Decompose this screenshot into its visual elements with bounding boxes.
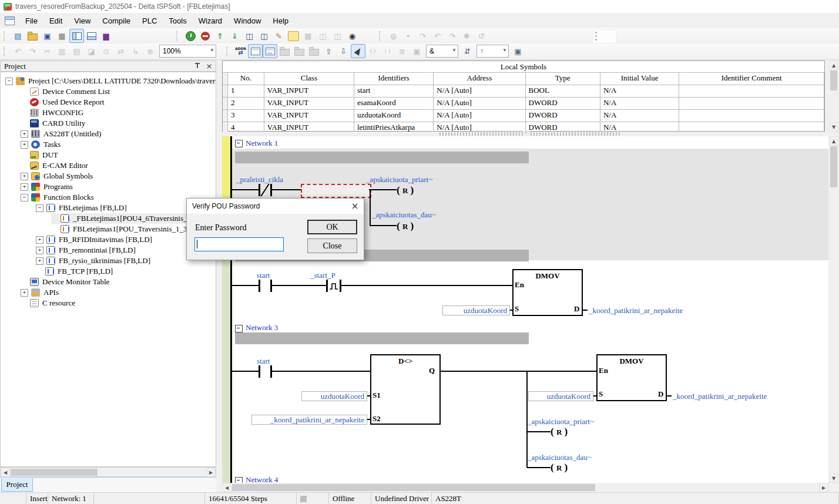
cell[interactable]: N/A <box>600 85 679 97</box>
stop-icon[interactable] <box>198 29 213 43</box>
upload-from-plc-icon[interactable]: ⇑ <box>213 29 227 43</box>
menu-compile[interactable]: Compile <box>96 15 136 27</box>
expand-icon[interactable]: + <box>36 257 43 265</box>
zoom-in-icon[interactable]: ⊕ <box>143 44 157 58</box>
undo-icon[interactable]: ↶ <box>11 44 25 58</box>
menu-edit[interactable]: Edit <box>43 15 68 27</box>
insert-block-icon[interactable]: ▣ <box>511 44 525 58</box>
reset-coil1-label[interactable]: _apskaiciuota_priart~ <box>366 175 432 184</box>
column-header-class[interactable]: Class <box>264 73 354 85</box>
collapse-icon[interactable]: − <box>5 78 13 85</box>
tree-item-fb-rysio-tikrinimas-fb-ld-[interactable]: +FB_rysio_tikrinimas [FB,LD] <box>36 256 150 266</box>
edit-register-icon[interactable]: ✎ <box>271 29 286 43</box>
reset-coil1[interactable]: R <box>397 184 414 196</box>
tree-item-fbletejimas1-pou-traversinis-1[interactable]: FBLetejimas1[POU_Traversinis_1_3_ <box>51 224 191 234</box>
tree-item-fb-tcp-fb-ld-[interactable]: FB_TCP [FB,LD] <box>36 266 113 277</box>
logic-operator-combo[interactable]: &▼ <box>426 45 458 58</box>
cell[interactable] <box>679 110 824 122</box>
tab-project[interactable]: Project <box>1 478 33 492</box>
rising-edge-contact[interactable] <box>326 280 328 292</box>
insert-network-below-icon[interactable]: ⇩ <box>336 44 351 58</box>
column-header-identifiers[interactable]: Identifiers <box>354 73 434 85</box>
menu-plc[interactable]: PLC <box>136 15 163 27</box>
symbols-row-3[interactable]: 3VAR_INPUTuzduotaKoordN/A [Auto]DWORDN/A <box>223 110 824 122</box>
net2-contact1-label[interactable]: start <box>257 271 270 280</box>
reset-simulation-icon[interactable]: ↺ <box>474 29 489 43</box>
print-icon[interactable]: ▦ <box>55 29 69 43</box>
cell[interactable]: VAR_INPUT <box>264 98 354 109</box>
expand-icon[interactable]: + <box>21 141 28 149</box>
tree-item-tasks[interactable]: +Tasks <box>21 139 61 150</box>
tree-item-fb-remontiniai-fb-ld-[interactable]: +FB_remontiniai [FB,LD] <box>36 245 136 256</box>
find-icon[interactable]: ⊙ <box>99 44 113 58</box>
window-split-vertical-icon[interactable] <box>69 29 84 43</box>
save-icon[interactable]: ▣ <box>40 29 55 43</box>
cell[interactable]: DWORD <box>526 98 600 109</box>
net3-reset-coil2[interactable]: R <box>551 462 568 473</box>
zoom-level-combo[interactable]: 100%▼ <box>159 45 216 58</box>
password-input[interactable] <box>194 237 284 251</box>
tree-item-c-resource[interactable]: C resource <box>21 298 75 308</box>
dmov-block-net2[interactable]: DMOV <box>512 269 583 316</box>
reset-coil2-label[interactable]: _apskaiciuotas_dau~ <box>372 210 436 220</box>
paste-icon[interactable]: ▤ <box>69 44 84 58</box>
copy-icon[interactable]: ▥ <box>55 44 69 58</box>
cell[interactable]: N/A <box>600 110 679 122</box>
dialog-close-icon[interactable]: × <box>346 201 364 211</box>
network3-comment-bar[interactable] <box>235 332 529 344</box>
insert-coil-icon[interactable]: ( ) <box>380 44 395 58</box>
symbol-comment-view-icon[interactable] <box>248 44 263 58</box>
compare-tool-icon[interactable]: ⇵ <box>460 44 475 58</box>
bookmark-prev-icon[interactable] <box>292 44 307 58</box>
ok-button[interactable]: OK <box>307 220 357 234</box>
tree-item-e-cam-editor[interactable]: E-CAM Editor <box>21 160 88 171</box>
close-icon[interactable]: × <box>205 62 213 70</box>
tree-item-card-utility[interactable]: CARD Utility <box>21 118 85 129</box>
compare-block[interactable]: D<> <box>370 354 441 425</box>
net3-contact-label[interactable]: start <box>257 357 270 366</box>
edge-type-combo[interactable]: ↑▼ <box>476 45 509 58</box>
cell[interactable]: 1 <box>228 85 264 97</box>
run-icon[interactable] <box>183 29 198 43</box>
expand-icon[interactable]: + <box>21 130 28 138</box>
insert-instruction-icon[interactable]: ▣ <box>410 44 424 58</box>
child-window-icon[interactable] <box>5 16 15 25</box>
cell[interactable]: N/A [Auto] <box>434 110 525 122</box>
cell[interactable]: uzduotaKoord <box>354 110 434 122</box>
net3-s1-operand[interactable]: uzduotaKoord <box>301 391 367 401</box>
record-icon[interactable]: • <box>401 29 415 43</box>
column-header-identifier-comment[interactable]: Identifier Comment <box>679 73 824 85</box>
tree-item-apis[interactable]: +APIs <box>21 287 59 298</box>
column-header-type[interactable]: Type <box>526 73 600 85</box>
system-monitor-icon[interactable]: ◫ <box>316 29 330 43</box>
tree-item-project-c-users-dell-latitude-[interactable]: −Project [C:\Users\DELL LATITUDE 7320\Do… <box>5 76 216 86</box>
expand-icon[interactable]: + <box>21 289 28 297</box>
network3-collapse-icon[interactable] <box>235 325 243 332</box>
tree-item-used-device-report[interactable]: Used Device Report <box>21 97 104 107</box>
bookmark-icon[interactable] <box>277 44 292 58</box>
window-split-horizontal-icon[interactable] <box>84 29 99 43</box>
menu-wizard[interactable]: Wizard <box>193 15 228 27</box>
pc-communication-icon[interactable]: ◉ <box>345 29 360 43</box>
open-file-icon[interactable] <box>25 29 40 43</box>
cut-icon[interactable]: ✂ <box>40 44 55 58</box>
nc-contact-label[interactable]: _praleisti_cikla <box>236 175 283 184</box>
tree-item-device-comment-list[interactable]: Device Comment List <box>21 86 110 97</box>
erase-icon[interactable]: ◪ <box>84 44 99 58</box>
goto-icon[interactable]: ↳ <box>128 44 143 58</box>
column-header-address[interactable]: Address <box>434 73 525 85</box>
data-logger-icon[interactable]: ◫ <box>330 29 345 43</box>
no-contact-start-net3[interactable] <box>259 365 260 378</box>
tree-item-programs[interactable]: +Programs <box>21 182 73 192</box>
download-to-plc-icon[interactable]: ⇓ <box>227 29 242 43</box>
net3-coil1-label[interactable]: _apskaiciuota_priart~ <box>528 417 594 426</box>
network4-collapse-icon[interactable] <box>235 477 243 483</box>
step-into-icon[interactable]: ↷ <box>415 29 430 43</box>
collapse-icon[interactable]: − <box>36 204 43 212</box>
simulator-icon[interactable]: ◍ <box>386 29 401 43</box>
reset-coil2[interactable]: R <box>397 220 414 232</box>
splitter-collapse-handle[interactable]: ^ <box>222 132 839 136</box>
hardware-config-tool-icon[interactable]: ▦ <box>301 29 316 43</box>
insert-contact-icon[interactable]: ┤├ <box>365 44 380 58</box>
column-header-no-[interactable]: No. <box>228 73 264 85</box>
